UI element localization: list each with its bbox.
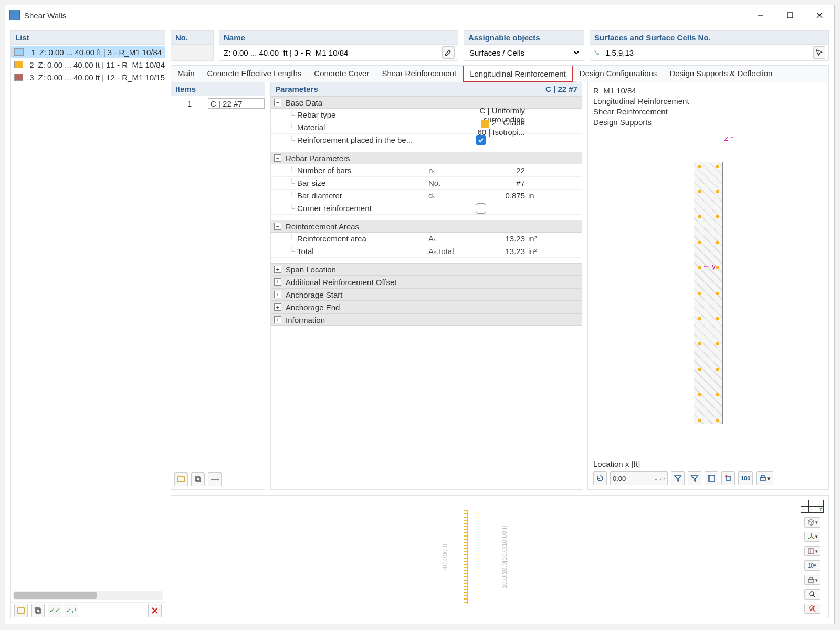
param-row[interactable]: └ Rebar type C | Uniformly surrounding: [271, 109, 582, 121]
update-view-button[interactable]: [593, 471, 607, 485]
filter-off-button[interactable]: [671, 471, 685, 485]
param-row[interactable]: └ Reinforcement area Aₛ 13.23 in²: [271, 233, 582, 245]
param-value[interactable]: [476, 203, 528, 214]
items-row[interactable]: 1 C | 22 #7: [171, 98, 265, 109]
close-button[interactable]: [805, 5, 834, 25]
param-row[interactable]: └ Reinforcement placed in the be...: [271, 134, 582, 146]
param-row[interactable]: └ Corner reinforcement: [271, 202, 582, 215]
collapse-icon[interactable]: −: [274, 99, 281, 106]
new-item-button[interactable]: [14, 604, 28, 617]
param-group[interactable]: + Anchorage Start: [271, 288, 582, 301]
surfaces-no-input[interactable]: [604, 48, 809, 58]
param-row[interactable]: └ Number of bars nₛ 22: [271, 164, 582, 177]
items-new-button[interactable]: [174, 472, 188, 486]
param-group-name: Information: [286, 316, 325, 324]
expand-icon[interactable]: +: [274, 316, 281, 323]
list-row[interactable]: 2 Z: 0.00 ... 40.00 ft | 11 - R_M1 10/84: [11, 58, 165, 71]
param-value[interactable]: [476, 135, 528, 145]
param-value[interactable]: 13.23: [476, 247, 528, 256]
view-3d-button[interactable]: [721, 471, 735, 485]
param-group[interactable]: − Reinforcement Areas: [271, 220, 582, 233]
axes-view-button[interactable]: ▾: [804, 532, 820, 542]
check-green-button[interactable]: ✓✓: [48, 604, 61, 617]
param-group[interactable]: − Rebar Parameters: [271, 152, 582, 164]
tab-concrete-effective-lengths[interactable]: Concrete Effective Lengths: [201, 66, 308, 82]
items-toolbar: ⟶: [171, 469, 265, 489]
param-value[interactable]: #7: [476, 178, 528, 187]
list-row[interactable]: 3 Z: 0.00 ... 40.00 ft | 12 - R_M1 10/15: [11, 71, 165, 83]
svg-rect-17: [808, 579, 814, 582]
param-group[interactable]: − Base Data: [271, 96, 582, 109]
list-row[interactable]: 1 Z: 0.00 ... 40.00 ft | 3 - R_M1 10/84: [11, 46, 165, 58]
param-group[interactable]: + Information: [271, 313, 582, 326]
search-lower-button[interactable]: [804, 589, 820, 599]
param-group[interactable]: + Anchorage End: [271, 301, 582, 313]
param-row[interactable]: └ Bar size No. #7: [271, 177, 582, 190]
parameters-header-tag: C | 22 #7: [545, 85, 578, 93]
minimize-button[interactable]: [746, 5, 775, 25]
expand-icon[interactable]: +: [274, 303, 281, 311]
param-value[interactable]: 22: [476, 166, 528, 175]
items-link-button[interactable]: ⟶: [208, 472, 222, 486]
checkbox-on-icon[interactable]: [476, 135, 486, 145]
rebar-dot: [716, 190, 719, 193]
tab-concrete-cover[interactable]: Concrete Cover: [308, 66, 375, 82]
items-copy-button[interactable]: [191, 472, 205, 486]
tree-branch-icon: └: [287, 123, 297, 132]
rebar-dot: [698, 393, 701, 396]
print-button[interactable]: ▾: [756, 471, 773, 485]
svg-rect-10: [196, 478, 201, 482]
param-value[interactable]: 13.23: [476, 234, 528, 243]
check-teal-button[interactable]: ✓⇄: [65, 604, 78, 617]
copy-item-button[interactable]: [31, 604, 45, 617]
collapse-icon[interactable]: −: [274, 223, 281, 230]
filter-button[interactable]: [688, 471, 701, 485]
expand-icon[interactable]: +: [274, 291, 281, 298]
name-input[interactable]: [223, 48, 438, 58]
tab-design-configurations[interactable]: Design Configurations: [573, 66, 664, 82]
param-group[interactable]: + Additional Reinforcement Offset: [271, 276, 582, 288]
param-value[interactable]: 0.875: [476, 191, 528, 200]
tree-branch-icon: └: [287, 247, 297, 256]
print-lower-button[interactable]: ▾: [804, 575, 820, 585]
tab-longitudinal-reinforcement[interactable]: Longitudinal Reinforcement: [463, 65, 573, 82]
tab-shear-reinforcement[interactable]: Shear Reinforcement: [375, 66, 463, 82]
items-row-value[interactable]: C | 22 #7: [208, 98, 265, 109]
list-h-scrollbar[interactable]: [13, 591, 163, 600]
maximize-button[interactable]: [775, 5, 805, 25]
expand-icon[interactable]: +: [274, 278, 281, 286]
expand-icon[interactable]: +: [274, 266, 281, 273]
tab-design-supports-deflection[interactable]: Design Supports & Deflection: [663, 66, 779, 82]
preview-info: R_M1 10/84Longitudinal ReinforcementShea…: [588, 82, 828, 131]
collapse-icon[interactable]: −: [274, 154, 281, 162]
param-group[interactable]: + Span Location: [271, 263, 582, 276]
param-row[interactable]: └ Total Aₛ,total 13.23 in²: [271, 245, 582, 258]
checkbox-off-icon[interactable]: [476, 203, 486, 214]
list-row-text: Z: 0.00 ... 40.00 ft | 11 - R_M1 10/84: [38, 60, 165, 69]
param-group-name: Rebar Parameters: [286, 154, 350, 163]
surfaces-pick-button[interactable]: [813, 46, 825, 59]
dim-value-button[interactable]: 10▾: [804, 560, 820, 570]
view-section-button[interactable]: [705, 471, 718, 485]
preview-info-line: R_M1 10/84: [593, 86, 823, 96]
rebar-dot: [698, 342, 701, 345]
list-row-text: Z: 0.00 ... 40.00 ft | 12 - R_M1 10/15: [38, 73, 165, 82]
assignable-objects-select[interactable]: Surfaces / Cells: [467, 48, 581, 58]
name-edit-button[interactable]: [442, 46, 455, 59]
rebar-dot: [698, 190, 701, 193]
view-dimension-button[interactable]: 100: [738, 471, 753, 485]
clear-lower-button[interactable]: [804, 604, 820, 614]
rebar-dot: [698, 165, 701, 168]
section-view-button[interactable]: ▾: [804, 546, 820, 556]
cross-section-graphic: [694, 162, 723, 424]
rebar-dot: [698, 419, 701, 422]
delete-item-button[interactable]: [148, 604, 162, 617]
no-input[interactable]: [174, 48, 210, 58]
param-row[interactable]: └ Material 2 - Grade 60 | Isotropi...: [271, 121, 582, 134]
param-row[interactable]: └ Bar diameter dₛ 0.875 in: [271, 190, 582, 202]
param-value[interactable]: 2 - Grade 60 | Isotropi...: [476, 118, 528, 136]
tab-main[interactable]: Main: [171, 66, 201, 82]
location-x-stepper[interactable]: 0.00 ⌄ ‹ ›: [610, 471, 668, 485]
cube-view-button[interactable]: ▾: [804, 517, 820, 527]
titlebar: Shear Walls: [5, 5, 834, 25]
